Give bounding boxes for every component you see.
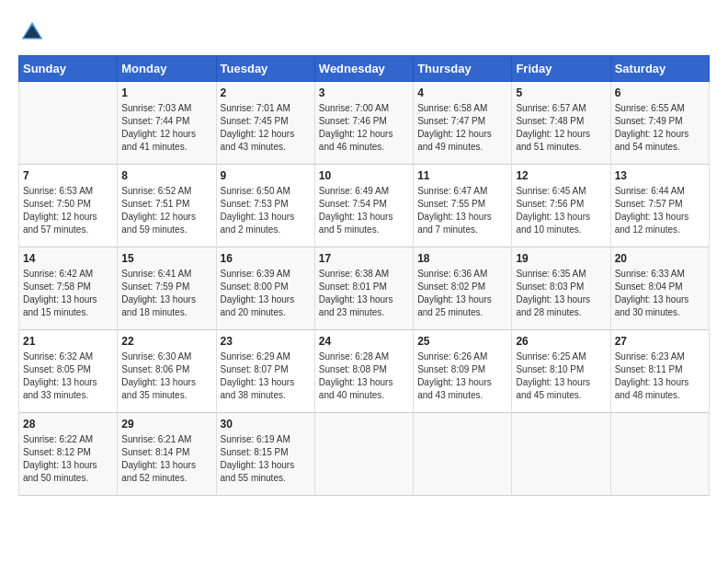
- week-row-4: 21Sunrise: 6:32 AM Sunset: 8:05 PM Dayli…: [19, 330, 710, 413]
- day-number: 7: [23, 169, 113, 182]
- day-number: 18: [417, 252, 507, 265]
- day-cell: 13Sunrise: 6:44 AM Sunset: 7:57 PM Dayli…: [610, 165, 709, 247]
- day-cell: 14Sunrise: 6:42 AM Sunset: 7:58 PM Dayli…: [19, 247, 118, 330]
- day-number: 4: [417, 86, 507, 99]
- day-cell: 16Sunrise: 6:39 AM Sunset: 8:00 PM Dayli…: [216, 247, 314, 330]
- day-info: Sunrise: 6:19 AM Sunset: 8:15 PM Dayligh…: [221, 433, 311, 485]
- day-info: Sunrise: 6:52 AM Sunset: 7:51 PM Dayligh…: [121, 185, 211, 236]
- logo-icon: [18, 18, 46, 46]
- day-cell: 10Sunrise: 6:49 AM Sunset: 7:54 PM Dayli…: [314, 165, 413, 247]
- day-cell: 5Sunrise: 6:57 AM Sunset: 7:48 PM Daylig…: [512, 82, 610, 165]
- day-cell: 12Sunrise: 6:45 AM Sunset: 7:56 PM Dayli…: [512, 165, 610, 247]
- day-cell: 11Sunrise: 6:47 AM Sunset: 7:55 PM Dayli…: [414, 165, 512, 247]
- day-info: Sunrise: 6:23 AM Sunset: 8:11 PM Dayligh…: [615, 350, 705, 402]
- day-number: 15: [121, 252, 211, 265]
- day-cell: 23Sunrise: 6:29 AM Sunset: 8:07 PM Dayli…: [216, 330, 314, 413]
- day-cell: 18Sunrise: 6:36 AM Sunset: 8:02 PM Dayli…: [414, 247, 512, 330]
- day-info: Sunrise: 6:33 AM Sunset: 8:04 PM Dayligh…: [615, 268, 705, 319]
- header-cell-sunday: Sunday: [19, 56, 118, 82]
- day-cell: 24Sunrise: 6:28 AM Sunset: 8:08 PM Dayli…: [314, 330, 413, 413]
- day-cell: 20Sunrise: 6:33 AM Sunset: 8:04 PM Dayli…: [610, 247, 709, 330]
- day-info: Sunrise: 6:42 AM Sunset: 7:58 PM Dayligh…: [23, 268, 113, 319]
- day-cell: 4Sunrise: 6:58 AM Sunset: 7:47 PM Daylig…: [414, 82, 512, 165]
- day-info: Sunrise: 7:01 AM Sunset: 7:45 PM Dayligh…: [221, 102, 311, 154]
- day-cell: [610, 413, 709, 496]
- day-number: 16: [221, 252, 311, 265]
- day-number: 22: [121, 335, 211, 348]
- day-info: Sunrise: 7:03 AM Sunset: 7:44 PM Dayligh…: [121, 102, 211, 154]
- day-cell: [512, 413, 610, 496]
- day-number: 20: [615, 252, 705, 265]
- day-cell: [414, 413, 512, 496]
- header-cell-saturday: Saturday: [610, 56, 709, 82]
- day-info: Sunrise: 6:36 AM Sunset: 8:02 PM Dayligh…: [417, 268, 507, 319]
- day-info: Sunrise: 6:44 AM Sunset: 7:57 PM Dayligh…: [615, 185, 705, 236]
- day-cell: 2Sunrise: 7:01 AM Sunset: 7:45 PM Daylig…: [216, 82, 314, 165]
- logo: [18, 18, 50, 46]
- day-info: Sunrise: 6:30 AM Sunset: 8:06 PM Dayligh…: [121, 350, 211, 402]
- day-info: Sunrise: 6:32 AM Sunset: 8:05 PM Dayligh…: [23, 350, 113, 402]
- day-cell: 17Sunrise: 6:38 AM Sunset: 8:01 PM Dayli…: [314, 247, 413, 330]
- day-number: 25: [417, 335, 507, 348]
- day-info: Sunrise: 6:26 AM Sunset: 8:09 PM Dayligh…: [417, 350, 507, 402]
- day-info: Sunrise: 6:28 AM Sunset: 8:08 PM Dayligh…: [319, 350, 409, 402]
- day-cell: [314, 413, 413, 496]
- day-number: 2: [221, 86, 311, 99]
- day-info: Sunrise: 6:53 AM Sunset: 7:50 PM Dayligh…: [23, 185, 113, 236]
- day-info: Sunrise: 6:38 AM Sunset: 8:01 PM Dayligh…: [319, 268, 409, 319]
- calendar-table: SundayMondayTuesdayWednesdayThursdayFrid…: [18, 55, 710, 496]
- day-number: 8: [121, 169, 211, 182]
- day-number: 19: [516, 252, 606, 265]
- day-info: Sunrise: 7:00 AM Sunset: 7:46 PM Dayligh…: [319, 102, 409, 154]
- day-cell: 6Sunrise: 6:55 AM Sunset: 7:49 PM Daylig…: [610, 82, 709, 165]
- day-number: 26: [516, 335, 606, 348]
- day-cell: [19, 82, 118, 165]
- day-number: 23: [221, 335, 311, 348]
- day-info: Sunrise: 6:22 AM Sunset: 8:12 PM Dayligh…: [23, 433, 113, 485]
- day-number: 3: [319, 86, 409, 99]
- day-number: 17: [319, 252, 409, 265]
- day-info: Sunrise: 6:29 AM Sunset: 8:07 PM Dayligh…: [221, 350, 311, 402]
- day-number: 5: [516, 86, 606, 99]
- day-number: 28: [23, 418, 113, 431]
- week-row-3: 14Sunrise: 6:42 AM Sunset: 7:58 PM Dayli…: [19, 247, 710, 330]
- day-cell: 27Sunrise: 6:23 AM Sunset: 8:11 PM Dayli…: [610, 330, 709, 413]
- header-cell-monday: Monday: [118, 56, 216, 82]
- day-number: 21: [23, 335, 113, 348]
- day-cell: 30Sunrise: 6:19 AM Sunset: 8:15 PM Dayli…: [216, 413, 314, 496]
- header-cell-thursday: Thursday: [414, 56, 512, 82]
- day-number: 9: [221, 169, 311, 182]
- week-row-5: 28Sunrise: 6:22 AM Sunset: 8:12 PM Dayli…: [19, 413, 710, 496]
- day-cell: 26Sunrise: 6:25 AM Sunset: 8:10 PM Dayli…: [512, 330, 610, 413]
- week-row-2: 7Sunrise: 6:53 AM Sunset: 7:50 PM Daylig…: [19, 165, 710, 247]
- day-cell: 28Sunrise: 6:22 AM Sunset: 8:12 PM Dayli…: [19, 413, 118, 496]
- day-number: 10: [319, 169, 409, 182]
- day-info: Sunrise: 6:55 AM Sunset: 7:49 PM Dayligh…: [615, 102, 705, 154]
- day-number: 24: [319, 335, 409, 348]
- day-info: Sunrise: 6:35 AM Sunset: 8:03 PM Dayligh…: [516, 268, 606, 319]
- day-cell: 15Sunrise: 6:41 AM Sunset: 7:59 PM Dayli…: [118, 247, 216, 330]
- day-number: 12: [516, 169, 606, 182]
- day-info: Sunrise: 6:50 AM Sunset: 7:53 PM Dayligh…: [221, 185, 311, 236]
- day-cell: 7Sunrise: 6:53 AM Sunset: 7:50 PM Daylig…: [19, 165, 118, 247]
- day-info: Sunrise: 6:57 AM Sunset: 7:48 PM Dayligh…: [516, 102, 606, 154]
- day-number: 27: [615, 335, 705, 348]
- header-row: SundayMondayTuesdayWednesdayThursdayFrid…: [19, 56, 710, 82]
- day-number: 29: [121, 418, 211, 431]
- day-info: Sunrise: 6:21 AM Sunset: 8:14 PM Dayligh…: [121, 433, 211, 485]
- day-number: 6: [615, 86, 705, 99]
- header-cell-wednesday: Wednesday: [314, 56, 413, 82]
- day-cell: 1Sunrise: 7:03 AM Sunset: 7:44 PM Daylig…: [118, 82, 216, 165]
- day-cell: 29Sunrise: 6:21 AM Sunset: 8:14 PM Dayli…: [118, 413, 216, 496]
- day-cell: 19Sunrise: 6:35 AM Sunset: 8:03 PM Dayli…: [512, 247, 610, 330]
- day-number: 30: [221, 418, 311, 431]
- day-info: Sunrise: 6:41 AM Sunset: 7:59 PM Dayligh…: [121, 268, 211, 319]
- day-info: Sunrise: 6:39 AM Sunset: 8:00 PM Dayligh…: [221, 268, 311, 319]
- day-number: 13: [615, 169, 705, 182]
- week-row-1: 1Sunrise: 7:03 AM Sunset: 7:44 PM Daylig…: [19, 82, 710, 165]
- day-info: Sunrise: 6:47 AM Sunset: 7:55 PM Dayligh…: [417, 185, 507, 236]
- day-info: Sunrise: 6:45 AM Sunset: 7:56 PM Dayligh…: [516, 185, 606, 236]
- day-cell: 25Sunrise: 6:26 AM Sunset: 8:09 PM Dayli…: [414, 330, 512, 413]
- header-cell-friday: Friday: [512, 56, 610, 82]
- day-cell: 3Sunrise: 7:00 AM Sunset: 7:46 PM Daylig…: [314, 82, 413, 165]
